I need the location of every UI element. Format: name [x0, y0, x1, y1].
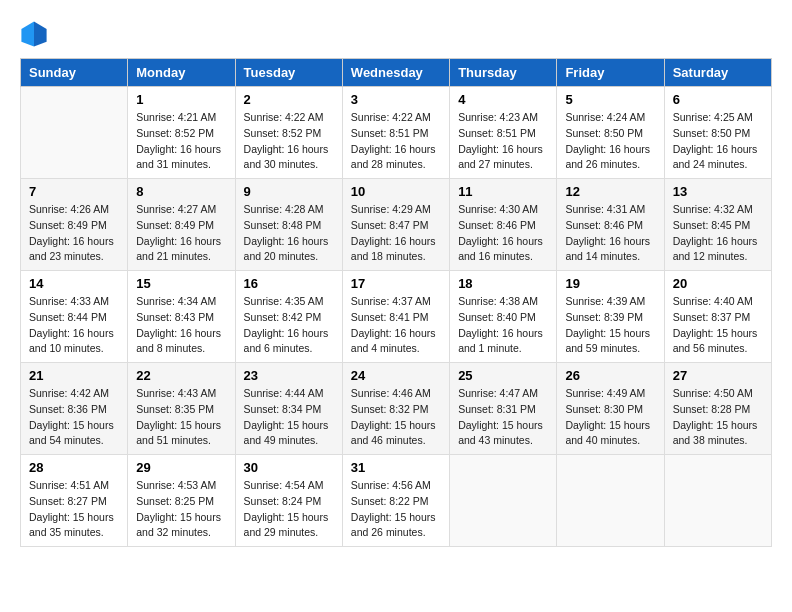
logo-icon	[20, 20, 48, 48]
day-cell: 5Sunrise: 4:24 AM Sunset: 8:50 PM Daylig…	[557, 87, 664, 179]
day-cell	[21, 87, 128, 179]
day-number: 17	[351, 276, 441, 291]
day-info: Sunrise: 4:49 AM Sunset: 8:30 PM Dayligh…	[565, 386, 655, 449]
weekday-tuesday: Tuesday	[235, 59, 342, 87]
day-number: 8	[136, 184, 226, 199]
day-cell: 24Sunrise: 4:46 AM Sunset: 8:32 PM Dayli…	[342, 363, 449, 455]
week-row-4: 21Sunrise: 4:42 AM Sunset: 8:36 PM Dayli…	[21, 363, 772, 455]
logo	[20, 20, 52, 48]
week-row-3: 14Sunrise: 4:33 AM Sunset: 8:44 PM Dayli…	[21, 271, 772, 363]
weekday-row: SundayMondayTuesdayWednesdayThursdayFrid…	[21, 59, 772, 87]
weekday-sunday: Sunday	[21, 59, 128, 87]
day-cell: 26Sunrise: 4:49 AM Sunset: 8:30 PM Dayli…	[557, 363, 664, 455]
day-info: Sunrise: 4:27 AM Sunset: 8:49 PM Dayligh…	[136, 202, 226, 265]
day-number: 12	[565, 184, 655, 199]
calendar-table: SundayMondayTuesdayWednesdayThursdayFrid…	[20, 58, 772, 547]
day-cell: 9Sunrise: 4:28 AM Sunset: 8:48 PM Daylig…	[235, 179, 342, 271]
day-cell	[664, 455, 771, 547]
day-cell: 29Sunrise: 4:53 AM Sunset: 8:25 PM Dayli…	[128, 455, 235, 547]
day-number: 1	[136, 92, 226, 107]
day-number: 7	[29, 184, 119, 199]
day-cell: 14Sunrise: 4:33 AM Sunset: 8:44 PM Dayli…	[21, 271, 128, 363]
day-cell: 16Sunrise: 4:35 AM Sunset: 8:42 PM Dayli…	[235, 271, 342, 363]
day-cell: 3Sunrise: 4:22 AM Sunset: 8:51 PM Daylig…	[342, 87, 449, 179]
day-info: Sunrise: 4:33 AM Sunset: 8:44 PM Dayligh…	[29, 294, 119, 357]
day-cell: 23Sunrise: 4:44 AM Sunset: 8:34 PM Dayli…	[235, 363, 342, 455]
day-info: Sunrise: 4:44 AM Sunset: 8:34 PM Dayligh…	[244, 386, 334, 449]
day-cell: 12Sunrise: 4:31 AM Sunset: 8:46 PM Dayli…	[557, 179, 664, 271]
day-number: 11	[458, 184, 548, 199]
day-info: Sunrise: 4:47 AM Sunset: 8:31 PM Dayligh…	[458, 386, 548, 449]
day-number: 29	[136, 460, 226, 475]
day-number: 9	[244, 184, 334, 199]
day-cell: 25Sunrise: 4:47 AM Sunset: 8:31 PM Dayli…	[450, 363, 557, 455]
day-cell: 11Sunrise: 4:30 AM Sunset: 8:46 PM Dayli…	[450, 179, 557, 271]
day-info: Sunrise: 4:56 AM Sunset: 8:22 PM Dayligh…	[351, 478, 441, 541]
day-info: Sunrise: 4:50 AM Sunset: 8:28 PM Dayligh…	[673, 386, 763, 449]
day-number: 16	[244, 276, 334, 291]
day-number: 27	[673, 368, 763, 383]
day-number: 10	[351, 184, 441, 199]
week-row-1: 1Sunrise: 4:21 AM Sunset: 8:52 PM Daylig…	[21, 87, 772, 179]
day-number: 20	[673, 276, 763, 291]
day-info: Sunrise: 4:42 AM Sunset: 8:36 PM Dayligh…	[29, 386, 119, 449]
day-number: 19	[565, 276, 655, 291]
day-info: Sunrise: 4:32 AM Sunset: 8:45 PM Dayligh…	[673, 202, 763, 265]
day-number: 15	[136, 276, 226, 291]
day-info: Sunrise: 4:37 AM Sunset: 8:41 PM Dayligh…	[351, 294, 441, 357]
day-cell: 30Sunrise: 4:54 AM Sunset: 8:24 PM Dayli…	[235, 455, 342, 547]
day-cell	[450, 455, 557, 547]
weekday-monday: Monday	[128, 59, 235, 87]
week-row-5: 28Sunrise: 4:51 AM Sunset: 8:27 PM Dayli…	[21, 455, 772, 547]
day-number: 14	[29, 276, 119, 291]
weekday-saturday: Saturday	[664, 59, 771, 87]
calendar-body: 1Sunrise: 4:21 AM Sunset: 8:52 PM Daylig…	[21, 87, 772, 547]
day-number: 26	[565, 368, 655, 383]
day-cell: 1Sunrise: 4:21 AM Sunset: 8:52 PM Daylig…	[128, 87, 235, 179]
day-number: 22	[136, 368, 226, 383]
day-cell: 15Sunrise: 4:34 AM Sunset: 8:43 PM Dayli…	[128, 271, 235, 363]
day-info: Sunrise: 4:39 AM Sunset: 8:39 PM Dayligh…	[565, 294, 655, 357]
day-cell: 17Sunrise: 4:37 AM Sunset: 8:41 PM Dayli…	[342, 271, 449, 363]
day-info: Sunrise: 4:22 AM Sunset: 8:52 PM Dayligh…	[244, 110, 334, 173]
day-info: Sunrise: 4:43 AM Sunset: 8:35 PM Dayligh…	[136, 386, 226, 449]
day-info: Sunrise: 4:46 AM Sunset: 8:32 PM Dayligh…	[351, 386, 441, 449]
day-cell: 20Sunrise: 4:40 AM Sunset: 8:37 PM Dayli…	[664, 271, 771, 363]
day-number: 13	[673, 184, 763, 199]
day-cell: 21Sunrise: 4:42 AM Sunset: 8:36 PM Dayli…	[21, 363, 128, 455]
svg-marker-2	[21, 21, 34, 46]
day-info: Sunrise: 4:30 AM Sunset: 8:46 PM Dayligh…	[458, 202, 548, 265]
day-number: 23	[244, 368, 334, 383]
day-number: 24	[351, 368, 441, 383]
day-cell	[557, 455, 664, 547]
weekday-wednesday: Wednesday	[342, 59, 449, 87]
day-cell: 8Sunrise: 4:27 AM Sunset: 8:49 PM Daylig…	[128, 179, 235, 271]
day-info: Sunrise: 4:25 AM Sunset: 8:50 PM Dayligh…	[673, 110, 763, 173]
day-number: 31	[351, 460, 441, 475]
day-cell: 18Sunrise: 4:38 AM Sunset: 8:40 PM Dayli…	[450, 271, 557, 363]
day-number: 25	[458, 368, 548, 383]
day-cell: 10Sunrise: 4:29 AM Sunset: 8:47 PM Dayli…	[342, 179, 449, 271]
day-cell: 6Sunrise: 4:25 AM Sunset: 8:50 PM Daylig…	[664, 87, 771, 179]
day-info: Sunrise: 4:22 AM Sunset: 8:51 PM Dayligh…	[351, 110, 441, 173]
day-cell: 7Sunrise: 4:26 AM Sunset: 8:49 PM Daylig…	[21, 179, 128, 271]
day-cell: 4Sunrise: 4:23 AM Sunset: 8:51 PM Daylig…	[450, 87, 557, 179]
day-cell: 13Sunrise: 4:32 AM Sunset: 8:45 PM Dayli…	[664, 179, 771, 271]
day-info: Sunrise: 4:31 AM Sunset: 8:46 PM Dayligh…	[565, 202, 655, 265]
day-number: 30	[244, 460, 334, 475]
day-info: Sunrise: 4:40 AM Sunset: 8:37 PM Dayligh…	[673, 294, 763, 357]
svg-marker-1	[34, 21, 47, 46]
day-info: Sunrise: 4:34 AM Sunset: 8:43 PM Dayligh…	[136, 294, 226, 357]
day-info: Sunrise: 4:21 AM Sunset: 8:52 PM Dayligh…	[136, 110, 226, 173]
day-number: 4	[458, 92, 548, 107]
day-number: 6	[673, 92, 763, 107]
day-info: Sunrise: 4:54 AM Sunset: 8:24 PM Dayligh…	[244, 478, 334, 541]
day-number: 28	[29, 460, 119, 475]
weekday-friday: Friday	[557, 59, 664, 87]
day-info: Sunrise: 4:29 AM Sunset: 8:47 PM Dayligh…	[351, 202, 441, 265]
weekday-thursday: Thursday	[450, 59, 557, 87]
week-row-2: 7Sunrise: 4:26 AM Sunset: 8:49 PM Daylig…	[21, 179, 772, 271]
day-number: 3	[351, 92, 441, 107]
day-cell: 22Sunrise: 4:43 AM Sunset: 8:35 PM Dayli…	[128, 363, 235, 455]
day-cell: 27Sunrise: 4:50 AM Sunset: 8:28 PM Dayli…	[664, 363, 771, 455]
